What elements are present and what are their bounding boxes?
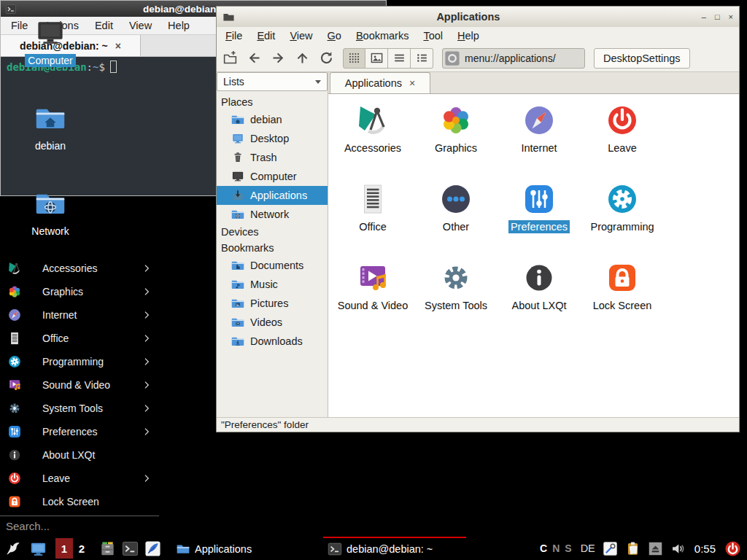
sound-video-icon <box>355 260 390 295</box>
sidebar-item-applications[interactable]: Applications <box>217 186 328 205</box>
grid-item-system-tools[interactable]: System Tools <box>414 259 498 338</box>
menu-search-input[interactable]: Search... <box>0 516 159 536</box>
scroll-lock-indicator: S <box>565 542 571 554</box>
terminal-menu-view[interactable]: View <box>129 20 152 31</box>
volume-tray-icon[interactable] <box>670 541 686 556</box>
menu-item-programming[interactable]: Programming <box>0 350 159 373</box>
back-button[interactable] <box>247 50 262 66</box>
office-icon <box>355 182 390 217</box>
menu-item-graphics[interactable]: Graphics <box>0 280 159 303</box>
menu-item-system-tools[interactable]: System Tools <box>0 397 159 420</box>
terminal-menu-help[interactable]: Help <box>168 20 190 31</box>
menu-item-accessories[interactable]: Accessories <box>0 257 159 280</box>
sidebar-item-label: Applications <box>250 190 307 201</box>
sidebar-item-label: debian <box>250 114 282 125</box>
eject-tray-icon[interactable] <box>648 541 663 556</box>
forward-button[interactable] <box>271 50 286 66</box>
detailed-view-button[interactable] <box>411 48 433 69</box>
grid-item-leave[interactable]: Leave <box>581 101 664 180</box>
terminal-menu-edit[interactable]: Edit <box>95 20 113 31</box>
chevron-right-icon <box>142 427 152 437</box>
fm-menu-go[interactable]: Go <box>328 30 341 42</box>
thumbnail-view-button[interactable] <box>365 48 388 69</box>
side-pane-mode-select[interactable]: Lists <box>217 72 328 91</box>
workspace-2-button[interactable]: 2 <box>73 538 90 559</box>
maximize-button[interactable]: □ <box>715 12 720 21</box>
menu-item-leave[interactable]: Leave <box>0 467 159 490</box>
grid-item-about-lxqt[interactable]: About LXQt <box>498 259 581 338</box>
close-button[interactable]: × <box>729 12 733 21</box>
keyboard-layout-indicator[interactable]: DE <box>581 542 595 554</box>
grid-item-other[interactable]: Other <box>414 180 498 259</box>
grid-item-preferences[interactable]: Preferences <box>498 180 581 259</box>
fm-menu-bookmarks[interactable]: Bookmarks <box>356 30 409 42</box>
grid-item-sound-video[interactable]: Sound & Video <box>331 259 414 338</box>
address-text[interactable]: menu://applications/ <box>465 52 556 64</box>
desktop-icon-computer[interactable]: Computer <box>15 18 85 67</box>
minimize-button[interactable]: – <box>702 12 706 21</box>
sidebar-item-debian[interactable]: debian <box>217 110 328 129</box>
desktop-icon-network[interactable]: Network <box>15 188 85 238</box>
task-button-applications[interactable]: Applications <box>171 537 314 560</box>
sidebar-item-documents[interactable]: Documents <box>217 256 328 275</box>
tab-close-icon[interactable]: × <box>115 40 121 52</box>
fm-menu-edit[interactable]: Edit <box>257 30 275 42</box>
app-menu-button[interactable] <box>4 540 21 557</box>
desktop-icon-label: debian <box>32 139 69 152</box>
desktop-settings-button[interactable]: DesktopSettings <box>594 48 690 69</box>
fm-menu-tool[interactable]: Tool <box>423 30 443 42</box>
menu-item-office[interactable]: Office <box>0 327 159 350</box>
up-button[interactable] <box>295 50 310 66</box>
clipboard-tray-icon[interactable] <box>625 541 640 556</box>
tab-applications[interactable]: Applications × <box>330 72 430 93</box>
sidebar-item-desktop[interactable]: Desktop <box>217 129 328 148</box>
grid-item-programming[interactable]: Programming <box>581 180 664 259</box>
menu-item-internet[interactable]: Internet <box>0 303 159 327</box>
terminal-launcher[interactable] <box>122 540 139 557</box>
sidebar-item-computer[interactable]: Computer <box>217 167 328 186</box>
address-bar[interactable]: menu://applications/ <box>442 48 585 69</box>
menu-item-preferences[interactable]: Preferences <box>0 420 159 443</box>
fm-menu-help[interactable]: Help <box>457 30 479 42</box>
fm-menu-file[interactable]: File <box>225 30 242 42</box>
menu-item-lock-screen[interactable]: Lock Screen <box>0 490 159 513</box>
workspace-1-button[interactable]: 1 <box>55 538 73 559</box>
sidebar-item-trash[interactable]: Trash <box>217 148 328 167</box>
applications-icon <box>231 189 244 202</box>
tab-close-icon[interactable]: × <box>409 77 415 89</box>
grid-item-label: Other <box>441 220 471 233</box>
grid-item-graphics[interactable]: Graphics <box>414 101 498 180</box>
grid-item-office[interactable]: Office <box>331 180 414 259</box>
grid-item-accessories[interactable]: Accessories <box>331 101 414 180</box>
sidebar-item-pictures[interactable]: Pictures <box>217 294 328 313</box>
new-tab-button[interactable] <box>222 50 238 66</box>
clock[interactable]: 0:55 <box>694 542 716 555</box>
sidebar-item-label: Network <box>250 209 289 220</box>
desktop-icon-debian[interactable]: debian <box>15 103 85 152</box>
compact-view-button[interactable] <box>388 48 411 69</box>
sidebar-item-downloads[interactable]: Downloads <box>217 332 328 351</box>
screenshot-tray-icon[interactable] <box>603 541 618 556</box>
show-desktop-button[interactable] <box>30 540 47 557</box>
internet-icon <box>7 308 22 322</box>
view-mode-group <box>343 48 433 69</box>
menu-item-sound-video[interactable]: Sound & Video <box>0 373 159 397</box>
fm-menu-view[interactable]: View <box>290 30 312 42</box>
sidebar-item-music[interactable]: Music <box>217 275 328 294</box>
icon-view-button[interactable] <box>343 48 365 69</box>
grid-item-label: Graphics <box>433 141 479 155</box>
task-button-terminal[interactable]: debian@debian: ~ <box>323 537 466 560</box>
sidebar-item-videos[interactable]: Videos <box>217 313 328 332</box>
menu-item-about-lxqt[interactable]: About LXQt <box>0 443 159 467</box>
preferences-icon <box>522 182 557 217</box>
menu-item-label: Accessories <box>42 262 97 274</box>
power-button[interactable] <box>724 540 741 557</box>
grid-item-lock-screen[interactable]: Lock Screen <box>581 259 664 338</box>
reload-button[interactable] <box>319 50 334 66</box>
fm-window-title: Applications <box>235 11 702 23</box>
featherpad-launcher[interactable] <box>144 540 161 557</box>
file-manager-launcher[interactable] <box>99 540 116 557</box>
grid-item-internet[interactable]: Internet <box>498 101 581 180</box>
fm-titlebar[interactable]: Applications – □ × <box>217 7 739 27</box>
sidebar-item-network[interactable]: Network <box>217 205 328 224</box>
